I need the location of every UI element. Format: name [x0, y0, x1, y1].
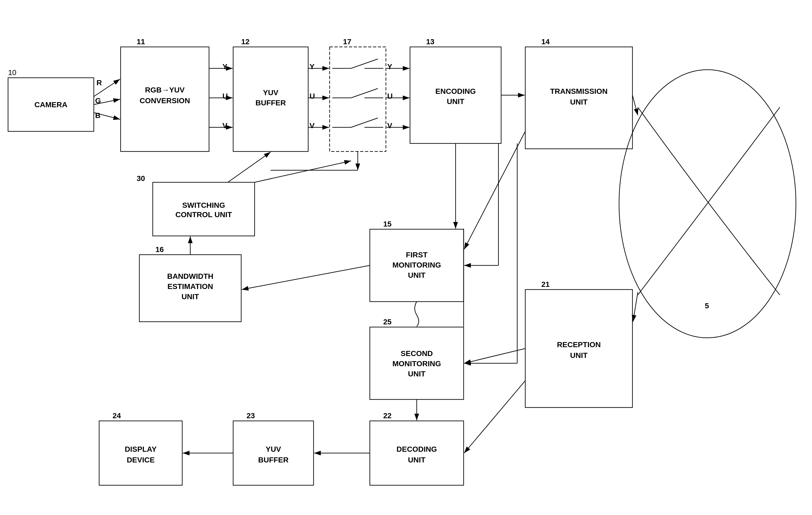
svg-line-40 [633, 292, 638, 322]
y-label-out: Y [387, 62, 392, 71]
bandwidth-label3: UNIT [181, 292, 199, 301]
svg-line-42 [464, 132, 525, 249]
transmission-label: TRANSMISSION [550, 87, 608, 95]
svg-line-39 [633, 95, 638, 115]
reception-label: RECEPTION [557, 341, 601, 349]
yuv-buf1-label2: BUFFER [255, 99, 286, 107]
num-17: 17 [343, 37, 351, 46]
num-5: 5 [705, 302, 709, 310]
num-30: 30 [137, 174, 145, 182]
encoding-label2: UNIT [447, 97, 464, 106]
transmission-label2: UNIT [570, 98, 587, 106]
svg-line-45 [228, 152, 271, 182]
camera-label: CAMERA [35, 101, 67, 109]
v-label-buf: V [223, 121, 228, 130]
num-11: 11 [137, 37, 145, 46]
num-24: 24 [113, 411, 121, 420]
rgb-yuv-label: RGB→YUV [145, 86, 185, 94]
svg-rect-5 [330, 47, 386, 151]
yuv-buf2-label2: BUFFER [258, 456, 289, 464]
yuv-buf2-label: YUV [266, 445, 281, 453]
u-label-sw: U [310, 92, 315, 100]
svg-line-14 [351, 118, 378, 127]
y-label-sw: Y [310, 62, 315, 71]
diagram-svg: CAMERA 10 RGB→YUV CONVERSION 11 YUV BUFF… [0, 0, 812, 515]
switching-ctrl-label2: CONTROL UNIT [175, 210, 232, 219]
num-12: 12 [241, 37, 250, 46]
second-mon-label: SECOND [401, 349, 433, 357]
num-25: 25 [383, 318, 392, 326]
bandwidth-label: BANDWIDTH [167, 272, 213, 280]
num-23: 23 [246, 411, 255, 420]
yuv-buf1-label: YUV [263, 88, 279, 97]
num-10: 10 [8, 68, 16, 77]
svg-line-43 [242, 265, 370, 289]
diagram-container: CAMERA 10 RGB→YUV CONVERSION 11 YUV BUFF… [0, 0, 812, 515]
display-label: DISPLAY [125, 445, 157, 453]
r-label: R [96, 79, 102, 87]
num-16: 16 [155, 245, 164, 254]
y-label-buf: Y [223, 62, 228, 71]
encoding-label: ENCODING [435, 87, 476, 95]
bandwidth-label2: ESTIMATION [168, 282, 213, 291]
b-label: B [95, 111, 100, 120]
first-mon-label: FIRST [406, 251, 428, 259]
v-label-out: V [387, 121, 392, 130]
svg-line-11 [351, 88, 378, 98]
decoding-label: DECODING [397, 445, 437, 453]
display-label2: DEVICE [127, 456, 155, 464]
svg-line-48 [464, 381, 525, 453]
num-22: 22 [383, 411, 392, 420]
svg-line-47 [464, 348, 525, 363]
num-15: 15 [383, 220, 392, 228]
switching-ctrl-label: SWITCHING [182, 201, 225, 209]
first-mon-label3: UNIT [408, 271, 425, 279]
second-mon-label3: UNIT [408, 370, 425, 378]
decoding-label2: UNIT [408, 456, 425, 464]
num-13: 13 [426, 37, 434, 46]
u-label-buf: U [223, 92, 228, 100]
reception-label2: UNIT [570, 351, 587, 360]
g-label: G [95, 96, 101, 105]
num-14: 14 [541, 37, 550, 46]
rgb-yuv-label2: CONVERSION [140, 96, 190, 105]
v-label-sw: V [310, 121, 315, 130]
svg-line-8 [351, 59, 378, 68]
u-label-out: U [387, 92, 393, 100]
num-21: 21 [541, 280, 550, 288]
second-mon-label2: MONITORING [392, 360, 441, 368]
svg-line-46 [255, 161, 351, 182]
first-mon-label2: MONITORING [392, 261, 441, 269]
